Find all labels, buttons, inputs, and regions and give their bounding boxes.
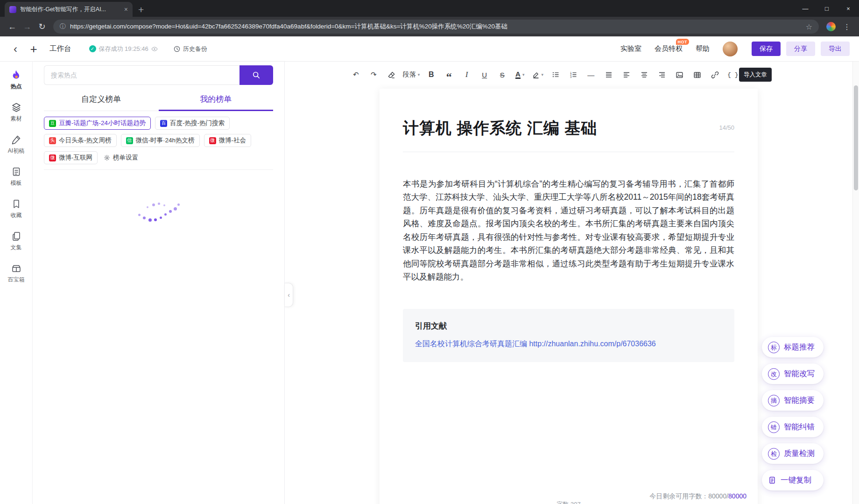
- paragraph-style-dropdown[interactable]: 段落 ▾: [402, 68, 421, 82]
- tab-custom-lists[interactable]: 自定义榜单: [44, 90, 159, 111]
- browser-tab[interactable]: 智能创作-Get智能写作，开启AI... ×: [5, 2, 133, 17]
- window-controls: — □ ×: [795, 0, 859, 17]
- list-settings-button[interactable]: 榜单设置: [102, 151, 140, 164]
- title-divider: [403, 152, 734, 152]
- bookmark-star-icon[interactable]: ☆: [806, 22, 812, 31]
- sidebar-label: 热点: [11, 83, 22, 91]
- document-title[interactable]: 计算机 操作系统 汇编 基础: [403, 119, 597, 138]
- site-info-icon[interactable]: ⓘ: [60, 22, 66, 31]
- redo-icon[interactable]: ↷: [366, 68, 381, 82]
- browser-reload-button[interactable]: ↻: [35, 19, 49, 34]
- quality-check-button[interactable]: 检 质量检测: [762, 443, 824, 464]
- tab-close-icon[interactable]: ×: [124, 6, 128, 13]
- daily-quota: 今日剩余可用字数：80000/80000: [649, 492, 746, 501]
- align-left-icon[interactable]: [619, 68, 634, 82]
- ai-tool-label: 一键复制: [781, 475, 811, 485]
- document-body[interactable]: 本书是为参加考研科目为“计算机综合”的考生精心编写的复习备考辅导用书，汇集了首都…: [403, 177, 734, 284]
- chevron-down-icon: ▾: [418, 72, 420, 77]
- new-tab-button[interactable]: +: [138, 5, 144, 14]
- code-block-icon[interactable]: { }: [725, 68, 740, 82]
- sidebar-rail: 热点 素材 AI初稿 模板: [0, 62, 33, 504]
- ai-tools-stack: 标 标题推荐 改 智能改写 摘 智能摘要 错 智能纠错 检 质量检测: [762, 337, 824, 490]
- minimize-button[interactable]: —: [795, 0, 816, 17]
- search-bar: [44, 65, 273, 85]
- title-suggest-button[interactable]: 标 标题推荐: [762, 337, 824, 357]
- chip-weibo-society[interactable]: 微 微博-社会: [204, 134, 252, 147]
- save-button[interactable]: 保存: [752, 42, 781, 56]
- font-color-dropdown[interactable]: A ▾: [513, 68, 527, 82]
- browser-back-button[interactable]: ←: [5, 19, 20, 34]
- bullet-list-icon[interactable]: [548, 68, 563, 82]
- chevron-left-icon: ‹: [288, 291, 290, 299]
- sidebar-label: 百宝箱: [8, 276, 25, 284]
- history-backup-button[interactable]: 历史备份: [174, 45, 207, 53]
- search-input[interactable]: [44, 65, 239, 85]
- workbench-link[interactable]: 工作台: [49, 44, 71, 54]
- url-bar[interactable]: ⓘ https://getgetai.com/compose?mode=Hot&…: [53, 20, 819, 34]
- align-right-icon[interactable]: [655, 68, 669, 82]
- lab-link[interactable]: 实验室: [620, 44, 641, 53]
- insert-link-icon[interactable]: [708, 68, 722, 82]
- search-button[interactable]: [239, 65, 273, 85]
- vertical-scrollbar[interactable]: [852, 62, 859, 504]
- template-icon: [11, 167, 21, 177]
- maximize-button[interactable]: □: [816, 0, 838, 17]
- reference-link[interactable]: 全国名校计算机综合考研真题汇编 http://zhuanlan.zhihu.co…: [415, 339, 722, 349]
- undo-icon[interactable]: ↶: [349, 68, 363, 82]
- tab-my-lists[interactable]: 我的榜单: [159, 90, 274, 111]
- chip-weibo-internet[interactable]: 微 微博-互联网: [44, 151, 98, 164]
- tab-title: 智能创作-Get智能写作，开启AI...: [20, 6, 120, 14]
- new-document-button[interactable]: +: [25, 43, 42, 55]
- sidebar-label: 模板: [11, 179, 22, 187]
- scrollbar-thumb[interactable]: [854, 85, 858, 190]
- sidebar-item-templates[interactable]: 模板: [1, 162, 32, 191]
- ordered-list-icon[interactable]: 1 2 3: [566, 68, 580, 82]
- user-avatar[interactable]: [723, 42, 738, 56]
- export-button[interactable]: 导出: [821, 42, 850, 56]
- chip-toutiao-weekly[interactable]: 头 今日头条-热文周榜: [44, 134, 117, 147]
- sidebar-item-collections[interactable]: 文集: [1, 226, 32, 256]
- smart-proofread-button[interactable]: 错 智能纠错: [762, 417, 824, 437]
- smart-rewrite-button[interactable]: 改 智能改写: [762, 364, 824, 384]
- chip-label: 榜单设置: [113, 154, 138, 162]
- horizontal-rule-icon[interactable]: —: [584, 68, 598, 82]
- reference-box: 引用文献 全国名校计算机综合考研真题汇编 http://zhuanlan.zhi…: [403, 309, 734, 362]
- smart-summary-button[interactable]: 摘 智能摘要: [762, 390, 824, 411]
- sidebar-item-toolbox[interactable]: 百宝箱: [1, 259, 32, 288]
- gear-icon: [104, 154, 110, 161]
- underline-icon[interactable]: U: [477, 68, 492, 82]
- browser-menu-icon[interactable]: ⋮: [839, 22, 854, 31]
- insert-image-icon[interactable]: [672, 68, 687, 82]
- membership-link[interactable]: 会员特权 HOT: [655, 44, 683, 53]
- copy-all-button[interactable]: 一键复制: [762, 470, 824, 490]
- chip-wechat-news[interactable]: 信 微信-时事·24h热文榜: [121, 134, 200, 147]
- extension-icon[interactable]: [826, 22, 836, 31]
- workspace: 热点 素材 AI初稿 模板: [0, 62, 859, 504]
- help-link[interactable]: 帮助: [696, 44, 710, 53]
- clock-icon: [174, 46, 180, 52]
- sidebar-item-hotspots[interactable]: 热点: [1, 65, 32, 95]
- baidu-icon: 百: [160, 120, 167, 127]
- close-button[interactable]: ×: [838, 0, 859, 17]
- bold-icon[interactable]: B: [424, 68, 438, 82]
- blockquote-icon[interactable]: “: [442, 65, 456, 84]
- highlight-color-dropdown[interactable]: ▾: [530, 68, 545, 82]
- browser-forward-button[interactable]: →: [20, 19, 35, 34]
- import-article-button[interactable]: 导入文章: [739, 68, 772, 82]
- align-center-icon[interactable]: [637, 68, 651, 82]
- align-justify-icon[interactable]: [601, 68, 616, 82]
- panel-collapse-handle[interactable]: ‹: [285, 283, 293, 307]
- italic-icon[interactable]: I: [459, 68, 474, 82]
- chip-douban-topics[interactable]: 豆 豆瓣-话题广场-24小时话题趋势: [44, 117, 151, 130]
- app-back-button[interactable]: ‹: [9, 43, 21, 55]
- sidebar-item-materials[interactable]: 素材: [1, 98, 32, 127]
- sidebar-item-favorites[interactable]: 收藏: [1, 194, 32, 224]
- sidebar-item-ai-draft[interactable]: AI初稿: [1, 130, 32, 159]
- share-button[interactable]: 分享: [786, 42, 815, 56]
- chip-baidu-hot-search[interactable]: 百 百度-热搜-热门搜索: [155, 117, 230, 130]
- hot-badge: HOT: [676, 39, 690, 45]
- insert-table-icon[interactable]: [690, 68, 704, 82]
- membership-label: 会员特权: [655, 44, 683, 52]
- clear-format-icon[interactable]: [384, 68, 399, 82]
- strikethrough-icon[interactable]: S: [495, 68, 509, 82]
